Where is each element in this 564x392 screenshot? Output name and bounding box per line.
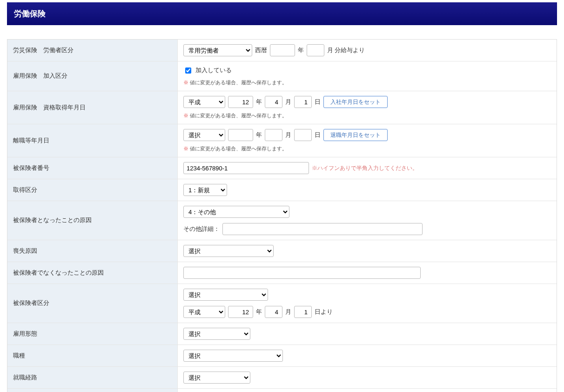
page-header: 労働保険 xyxy=(7,2,557,25)
uninsured-reason-input[interactable] xyxy=(183,267,421,279)
other-detail-label: その他詳細： xyxy=(183,225,220,233)
label-insured-number: 被保険者番号 xyxy=(7,157,178,179)
loss-cause-select[interactable]: 選択 xyxy=(183,245,274,257)
employment-type-select[interactable]: 選択 xyxy=(183,328,250,340)
qualification-note: ※ 値に変更がある場合、履歴へ保存します。 xyxy=(183,112,551,119)
label-qualification-date: 雇用保険 資格取得年月日 xyxy=(7,91,178,124)
label-employment-type: 雇用形態 xyxy=(7,323,178,345)
enrollment-checkbox-label: 加入している xyxy=(195,67,232,74)
label-loss-cause: 喪失原因 xyxy=(7,240,178,262)
label-acquisition-category: 取得区分 xyxy=(7,179,178,201)
row-loss-cause: 喪失原因 選択 xyxy=(7,240,557,262)
label-enrollment: 雇用保険 加入区分 xyxy=(7,61,178,91)
occupation-select[interactable]: 選択 xyxy=(183,350,283,362)
sep-month-input[interactable] xyxy=(265,129,282,141)
label-employment-route: 就職経路 xyxy=(7,367,178,388)
month-suffix: 月 分給与より xyxy=(327,47,365,54)
era-select-qualification[interactable]: 平成 xyxy=(183,96,225,108)
enrollment-checkbox-wrap[interactable]: 加入している xyxy=(183,66,232,75)
row-qualification-date: 雇用保険 資格取得年月日 平成 年 月 日 入社年月日をセット ※ 値に変更があ… xyxy=(7,91,557,124)
row-insured-reason: 被保険者となったことの原因 4：その他 その他詳細： xyxy=(7,201,557,240)
era-select-insured-cat[interactable]: 平成 xyxy=(183,306,225,318)
row-insured-number: 被保険者番号 ※ハイフンありで半角入力してください。 xyxy=(7,157,557,179)
qual-year-input[interactable] xyxy=(228,96,253,108)
row-employment-route: 就職経路 選択 xyxy=(7,367,557,389)
label-insured-reason: 被保険者となったことの原因 xyxy=(7,201,178,240)
form-table: 労災保険 労働者区分 常用労働者 西暦 年 月 分給与より 雇用保険 加入区分 … xyxy=(7,39,557,392)
cat-month-input[interactable] xyxy=(265,306,282,318)
label-separation-date: 離職等年月日 xyxy=(7,124,178,157)
row-separation-date: 離職等年月日 選択 年 月 日 退職年月日をセット ※ 値に変更がある場合、履歴… xyxy=(7,124,557,157)
insured-reason-select[interactable]: 4：その他 xyxy=(183,206,289,218)
label-uninsured-reason: 被保険者でなくなったことの原因 xyxy=(7,262,178,284)
sep-day-input[interactable] xyxy=(294,129,312,141)
row-acquisition-category: 取得区分 1：新規 xyxy=(7,179,557,201)
separation-note: ※ 値に変更がある場合、履歴へ保存します。 xyxy=(183,145,551,152)
other-detail-input[interactable] xyxy=(222,223,423,235)
era-select-separation[interactable]: 選択 xyxy=(183,129,225,141)
row-worker-category: 労災保険 労働者区分 常用労働者 西暦 年 月 分給与より xyxy=(7,40,557,61)
enrollment-checkbox[interactable] xyxy=(185,68,191,74)
row-uninsured-reason: 被保険者でなくなったことの原因 xyxy=(7,262,557,284)
cat-year-input[interactable] xyxy=(228,306,253,318)
row-occupation: 職種 選択 xyxy=(7,345,557,367)
qual-month-input[interactable] xyxy=(265,96,282,108)
row-contract-period: 契約期間の定め 選択 xyxy=(7,389,557,392)
set-retire-date-button[interactable]: 退職年月日をセット xyxy=(323,129,388,141)
worker-category-select[interactable]: 常用労働者 xyxy=(183,44,252,56)
label-occupation: 職種 xyxy=(7,345,178,366)
label-contract-period: 契約期間の定め xyxy=(7,389,178,392)
employment-route-select[interactable]: 選択 xyxy=(183,372,250,384)
insured-number-input[interactable] xyxy=(183,162,309,174)
year-input[interactable] xyxy=(270,44,295,56)
qual-day-input[interactable] xyxy=(294,96,312,108)
year-suffix: 年 xyxy=(298,47,304,54)
row-employment-type: 雇用形態 選択 xyxy=(7,323,557,345)
insured-category-select[interactable]: 選択 xyxy=(183,289,268,301)
acquisition-category-select[interactable]: 1：新規 xyxy=(183,184,227,196)
sep-year-input[interactable] xyxy=(228,129,253,141)
enrollment-note: ※ 値に変更がある場合、履歴へ保存します。 xyxy=(183,79,551,86)
row-enrollment: 雇用保険 加入区分 加入している ※ 値に変更がある場合、履歴へ保存します。 xyxy=(7,61,557,91)
label-worker-category: 労災保険 労働者区分 xyxy=(7,40,178,61)
label-insured-category: 被保険者区分 xyxy=(7,284,178,323)
set-hire-date-button[interactable]: 入社年月日をセット xyxy=(323,96,388,108)
page-title: 労働保険 xyxy=(14,9,46,18)
row-insured-category: 被保険者区分 選択 平成 年 月 日より xyxy=(7,284,557,323)
insured-number-hint: ※ハイフンありで半角入力してください。 xyxy=(312,164,418,172)
seireki-label: 西暦 xyxy=(255,47,267,54)
month-input[interactable] xyxy=(307,44,324,56)
cat-day-input[interactable] xyxy=(294,306,312,318)
